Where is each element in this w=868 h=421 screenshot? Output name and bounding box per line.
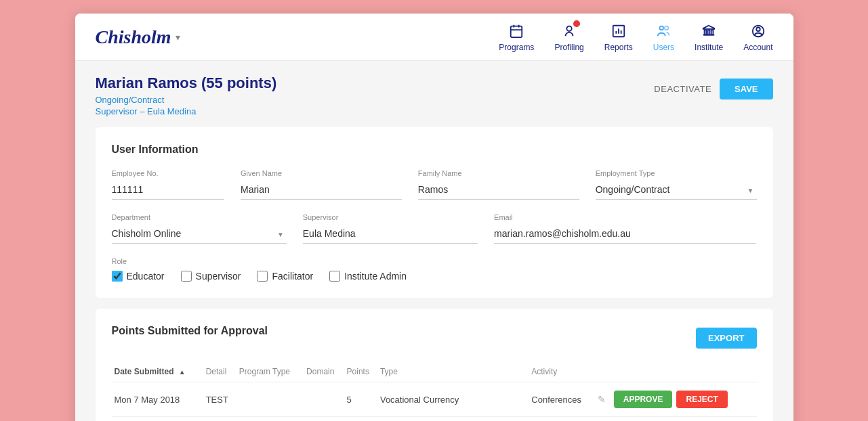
cell-detail-2: TEST	[203, 417, 236, 422]
nav-label-programs: Programs	[499, 43, 534, 52]
user-info-card: User Information Employee No. Given Name…	[96, 127, 773, 298]
table-header-row: Date Submitted ▲ Detail Program Type Dom…	[112, 361, 757, 382]
save-button[interactable]: SAVE	[720, 79, 772, 99]
col-program-type: Program Type	[236, 361, 304, 382]
nav-label-account: Account	[743, 43, 772, 52]
nav-item-programs[interactable]: Programs	[499, 22, 534, 52]
cell-program-1	[236, 382, 304, 417]
points-table: Date Submitted ▲ Detail Program Type Dom…	[112, 361, 757, 421]
table-row: Mon 16 Apr 2018 TEST My Prog Assess 5 Ex…	[112, 417, 757, 422]
institute-admin-label[interactable]: Institute Admin	[344, 271, 407, 282]
educator-label[interactable]: Educator	[127, 271, 165, 282]
nav-label-reports: Reports	[604, 43, 633, 52]
col-date-submitted[interactable]: Date Submitted ▲	[112, 361, 203, 382]
email-label: Email	[494, 213, 756, 221]
nav-item-users[interactable]: Users	[653, 22, 674, 52]
deactivate-button[interactable]: DEACTIVATE	[654, 84, 711, 94]
main-nav: Programs Profiling	[499, 22, 772, 52]
supervisor-label: Supervisor	[303, 213, 478, 221]
given-name-field: Given Name	[241, 169, 402, 200]
nav-item-account[interactable]: Account	[743, 22, 772, 52]
svg-rect-12	[708, 30, 710, 35]
employee-no-input[interactable]	[112, 180, 224, 200]
table-row: Mon 7 May 2018 TEST 5 Vocational Currenc…	[112, 382, 757, 417]
points-card: Points Submitted for Approval EXPORT Dat…	[96, 309, 773, 421]
logo-area: Chisholm ▾	[96, 26, 180, 48]
edit-icon-1[interactable]: ✎	[598, 394, 606, 405]
col-type: Type	[377, 361, 529, 382]
family-name-field: Family Name	[418, 169, 579, 200]
family-name-input[interactable]	[418, 180, 579, 200]
profiling-icon	[560, 22, 578, 40]
nav-item-reports[interactable]: Reports	[604, 22, 633, 52]
user-info-title: User Information	[112, 143, 757, 156]
nav-label-users: Users	[653, 43, 674, 52]
svg-rect-11	[705, 30, 707, 35]
cell-detail-1: TEST	[203, 382, 236, 417]
points-table-header: Points Submitted for Approval EXPORT	[112, 325, 757, 351]
facilitator-label[interactable]: Facilitator	[272, 271, 313, 282]
col-detail: Detail	[203, 361, 236, 382]
employee-no-field: Employee No.	[112, 169, 224, 200]
logo-dropdown-arrow[interactable]: ▾	[175, 32, 180, 43]
col-actions	[595, 361, 757, 382]
given-name-label: Given Name	[241, 169, 402, 177]
reject-button-1[interactable]: REJECT	[676, 391, 727, 408]
supervisor-checkbox[interactable]	[181, 271, 192, 282]
role-label: Role	[112, 257, 757, 265]
nav-item-institute[interactable]: Institute	[695, 22, 723, 52]
users-icon	[655, 22, 672, 40]
calendar-icon	[508, 22, 525, 40]
svg-point-10	[665, 26, 669, 30]
user-header-info: Marian Ramos (55 points) Ongoing/Contrac…	[96, 74, 277, 116]
svg-point-4	[566, 26, 571, 30]
email-input[interactable]	[494, 224, 756, 244]
export-button[interactable]: EXPORT	[696, 328, 756, 349]
col-activity: Activity	[529, 361, 595, 382]
role-facilitator: Facilitator	[257, 271, 313, 282]
reports-icon	[610, 22, 627, 40]
breadcrumb: Ongoing/Contract Supervisor – Eula Medin…	[96, 95, 277, 116]
breadcrumb-contract[interactable]: Ongoing/Contract	[96, 95, 277, 105]
cell-date-1: Mon 7 May 2018	[112, 382, 203, 417]
cell-domain-1	[304, 382, 344, 417]
given-name-input[interactable]	[241, 180, 402, 200]
cell-points-2: 5	[344, 417, 377, 422]
facilitator-checkbox[interactable]	[257, 271, 268, 282]
department-select[interactable]: Chisholm Online Chisholm City Chisholm F…	[112, 224, 287, 244]
cell-points-1: 5	[344, 382, 377, 417]
employment-type-select[interactable]: Ongoing/Contract Casual Fixed Term Perma…	[596, 180, 757, 200]
institute-admin-checkbox[interactable]	[329, 271, 340, 282]
breadcrumb-supervisor[interactable]: Supervisor – Eula Medina	[96, 106, 277, 116]
col-points: Points	[344, 361, 377, 382]
cell-activity-1: Conferences	[529, 382, 595, 417]
email-field: Email	[494, 213, 756, 244]
supervisor-role-label[interactable]: Supervisor	[196, 271, 241, 282]
cell-activity-2	[529, 417, 595, 422]
nav-label-profiling: Profiling	[554, 43, 583, 52]
supervisor-input[interactable]	[303, 224, 478, 244]
page-actions: DEACTIVATE SAVE	[654, 79, 772, 99]
svg-rect-0	[511, 26, 522, 37]
supervisor-field: Supervisor	[303, 213, 478, 244]
role-checkboxes: Educator Supervisor Facilitator Institut…	[112, 271, 757, 282]
svg-point-9	[660, 26, 664, 30]
cell-program-2: My Prog	[236, 417, 304, 422]
approve-button-1[interactable]: APPROVE	[614, 391, 673, 408]
app-container: Chisholm ▾ Programs	[75, 14, 793, 421]
employment-type-wrapper: Ongoing/Contract Casual Fixed Term Perma…	[596, 180, 757, 200]
nav-item-profiling[interactable]: Profiling	[554, 22, 583, 52]
role-supervisor: Supervisor	[181, 271, 241, 282]
action-buttons-1: ✎ APPROVE REJECT	[598, 391, 754, 408]
form-row-2: Department Chisholm Online Chisholm City…	[112, 213, 757, 244]
role-section: Role Educator Supervisor Facilitator	[112, 257, 757, 282]
role-institute-admin: Institute Admin	[329, 271, 407, 282]
family-name-label: Family Name	[418, 169, 579, 177]
svg-point-16	[756, 27, 760, 31]
points-title: Points Submitted for Approval	[112, 325, 268, 337]
cell-actions-2: ✎ APPROVE REJECT	[595, 417, 757, 422]
nav-label-institute: Institute	[695, 43, 723, 52]
page-header: Marian Ramos (55 points) Ongoing/Contrac…	[96, 74, 773, 116]
educator-checkbox[interactable]	[112, 271, 123, 282]
employment-type-label: Employment Type	[596, 169, 757, 177]
